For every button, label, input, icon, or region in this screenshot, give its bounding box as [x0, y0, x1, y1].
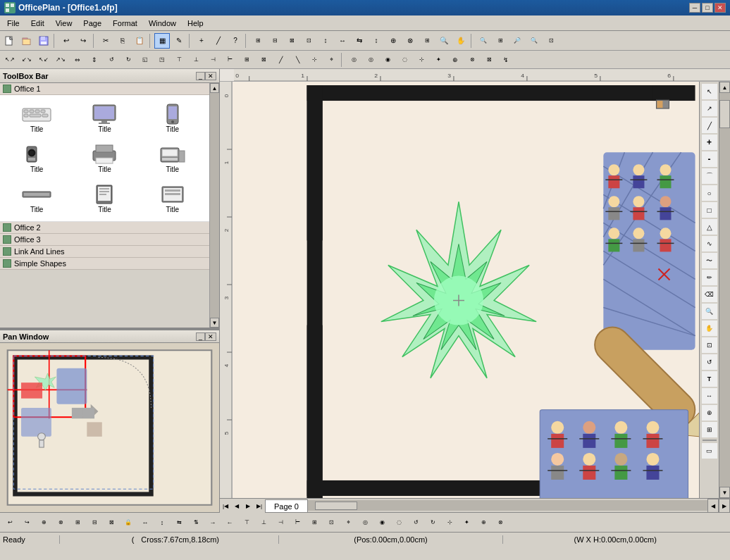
- cut-btn[interactable]: ✂: [98, 33, 113, 49]
- t2-9[interactable]: ◳: [154, 52, 170, 68]
- drawing-canvas[interactable]: [233, 82, 699, 498]
- rt-spline[interactable]: 〜: [702, 253, 717, 268]
- btn-t3[interactable]: ↔: [335, 33, 350, 49]
- bt-2[interactable]: ↪: [19, 515, 35, 530]
- hscroll-right-btn[interactable]: ▶: [719, 499, 730, 513]
- select-btn[interactable]: ▦: [154, 33, 170, 49]
- bt-7[interactable]: ⊠: [104, 515, 119, 530]
- bt-19[interactable]: ⊞: [307, 515, 322, 530]
- t2-2[interactable]: ↖↙: [36, 52, 51, 68]
- t2-24[interactable]: ⊹: [414, 52, 429, 68]
- t2-7[interactable]: ↻: [120, 52, 136, 68]
- zoom-out-btn[interactable]: 🔎: [509, 33, 525, 49]
- btn-t5[interactable]: ↕: [369, 33, 384, 49]
- toolbox-group-simpleshapes[interactable]: Simple Shapes: [0, 258, 209, 270]
- toolbox-group-office3[interactable]: Office 3: [0, 234, 209, 246]
- bt-22[interactable]: ◎: [357, 515, 373, 530]
- page-scroll-first[interactable]: |◀: [220, 499, 231, 513]
- btn-t10[interactable]: ✋: [453, 33, 469, 49]
- hscroll-left-btn[interactable]: ◀: [707, 499, 719, 513]
- t2-29[interactable]: ↯: [498, 52, 514, 68]
- btn-t8[interactable]: ⊞: [419, 33, 435, 49]
- bt-20[interactable]: ⊡: [323, 515, 339, 530]
- bt-29[interactable]: ⊕: [476, 515, 491, 530]
- pan-close-btn[interactable]: ✕: [205, 332, 216, 341]
- t2-20[interactable]: ◎: [346, 52, 361, 68]
- bt-28[interactable]: ✦: [459, 515, 474, 530]
- open-btn[interactable]: [19, 33, 35, 49]
- rt-poly[interactable]: △: [702, 219, 717, 235]
- btn-t4[interactable]: ⇆: [352, 33, 367, 49]
- menu-view[interactable]: View: [50, 18, 78, 29]
- t2-22[interactable]: ◉: [380, 52, 395, 68]
- rt-freehand[interactable]: ✏: [702, 270, 717, 285]
- bt-27[interactable]: ⊹: [442, 515, 457, 530]
- t2-6[interactable]: ↺: [104, 52, 119, 68]
- btn-t1[interactable]: ⊡: [301, 33, 316, 49]
- zoom-in2-btn[interactable]: 🔍: [526, 33, 542, 49]
- toolbox-close-btn[interactable]: ✕: [205, 72, 216, 80]
- draw-btn[interactable]: ✎: [171, 33, 187, 49]
- t2-8[interactable]: ◱: [137, 52, 153, 68]
- t2-3[interactable]: ↗↘: [53, 52, 68, 68]
- bt-24[interactable]: ◌: [391, 515, 407, 530]
- redo-btn[interactable]: ↪: [75, 33, 91, 49]
- toolbox-item-phone[interactable]: Title: [140, 99, 205, 137]
- t2-12[interactable]: ⊣: [205, 52, 221, 68]
- bt-9[interactable]: ↔: [137, 515, 153, 530]
- draw-line-btn[interactable]: ╱: [211, 33, 226, 49]
- zoom-fit-btn[interactable]: ⊞: [493, 33, 508, 49]
- toolbox-scroll-up[interactable]: ▲: [210, 83, 219, 93]
- help-btn[interactable]: ?: [228, 33, 243, 49]
- t2-1[interactable]: ↙↘: [19, 52, 35, 68]
- page-scroll-next[interactable]: ▶: [242, 499, 254, 513]
- undo-btn[interactable]: ↩: [58, 33, 74, 49]
- t2-5[interactable]: ⇕: [87, 52, 102, 68]
- menu-edit[interactable]: Edit: [25, 18, 50, 29]
- btn-t2[interactable]: ↕: [318, 33, 333, 49]
- zoom-page-btn[interactable]: ⊡: [543, 33, 559, 49]
- vscroll-down-btn[interactable]: ▼: [719, 487, 730, 498]
- bt-10[interactable]: ↕: [154, 515, 170, 530]
- rt-connect[interactable]: ⊕: [702, 405, 717, 421]
- new-btn[interactable]: [2, 33, 18, 49]
- rt-plus[interactable]: +: [702, 135, 717, 150]
- t2-13[interactable]: ⊢: [222, 52, 237, 68]
- btn-t6[interactable]: ⊕: [385, 33, 401, 49]
- toolbox-group-linklines[interactable]: Link And Lines: [0, 246, 209, 258]
- zoom-in-btn[interactable]: +: [194, 33, 209, 49]
- btn-t7[interactable]: ⊗: [402, 33, 418, 49]
- t2-26[interactable]: ⊕: [447, 52, 463, 68]
- t2-19[interactable]: ⌖: [323, 52, 339, 68]
- minimize-button[interactable]: ─: [689, 3, 700, 13]
- rt-text[interactable]: T: [702, 371, 717, 387]
- t2-25[interactable]: ✦: [431, 52, 446, 68]
- toolbox-group-office2[interactable]: Office 2: [0, 222, 209, 234]
- btn-t9[interactable]: 🔍: [436, 33, 452, 49]
- bt-26[interactable]: ↻: [425, 515, 440, 530]
- toolbox-item-item8[interactable]: Title: [72, 180, 137, 217]
- bt-15[interactable]: ⊤: [239, 515, 254, 530]
- t2-27[interactable]: ⊗: [464, 52, 480, 68]
- copy-btn[interactable]: ⎘: [115, 33, 130, 49]
- grid-btn[interactable]: ⊟: [267, 33, 283, 49]
- rt-line[interactable]: ╱: [702, 118, 717, 133]
- bt-3[interactable]: ⊕: [36, 515, 51, 530]
- bt-18[interactable]: ⊢: [290, 515, 305, 530]
- t2-23[interactable]: ◌: [397, 52, 412, 68]
- rt-rect[interactable]: □: [702, 202, 717, 218]
- toolbox-scroll-down[interactable]: ▼: [210, 318, 219, 328]
- page-scroll-prev[interactable]: ◀: [231, 499, 242, 513]
- page-scroll-last[interactable]: ▶|: [254, 499, 265, 513]
- rt-pan-tool[interactable]: ✋: [702, 321, 717, 336]
- t2-18[interactable]: ⊹: [307, 52, 322, 68]
- toolbox-item-item9[interactable]: Title: [140, 180, 205, 217]
- bt-23[interactable]: ◉: [374, 515, 390, 530]
- t2-21[interactable]: ◎: [363, 52, 378, 68]
- bt-14[interactable]: ←: [222, 515, 237, 530]
- rt-pointer[interactable]: ↗: [702, 101, 717, 116]
- hscrollbar[interactable]: [308, 500, 707, 511]
- t2-10[interactable]: ⊤: [171, 52, 187, 68]
- bt-4[interactable]: ⊗: [53, 515, 68, 530]
- bt-25[interactable]: ↺: [408, 515, 423, 530]
